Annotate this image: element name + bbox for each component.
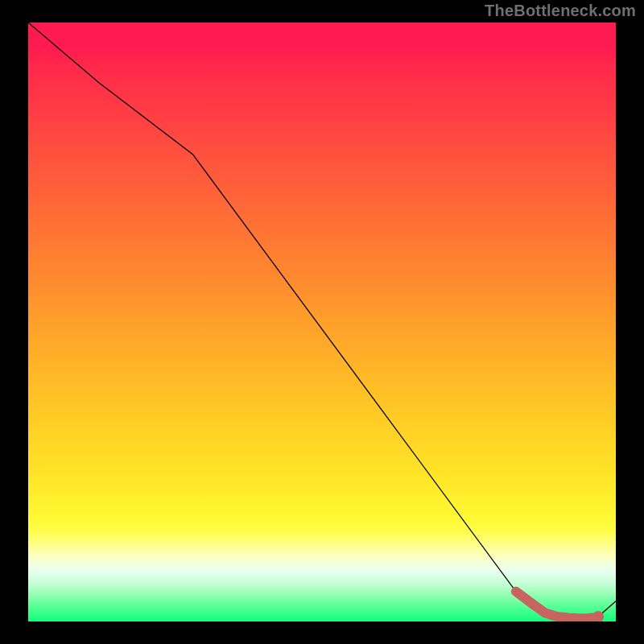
chart-overlay bbox=[28, 23, 616, 621]
thick-highlight-segment bbox=[516, 592, 592, 618]
main-curve-line bbox=[28, 23, 616, 618]
watermark-text: TheBottleneck.com bbox=[485, 2, 636, 20]
plot-area bbox=[28, 23, 616, 621]
chart-frame: TheBottleneck.com bbox=[0, 0, 644, 644]
